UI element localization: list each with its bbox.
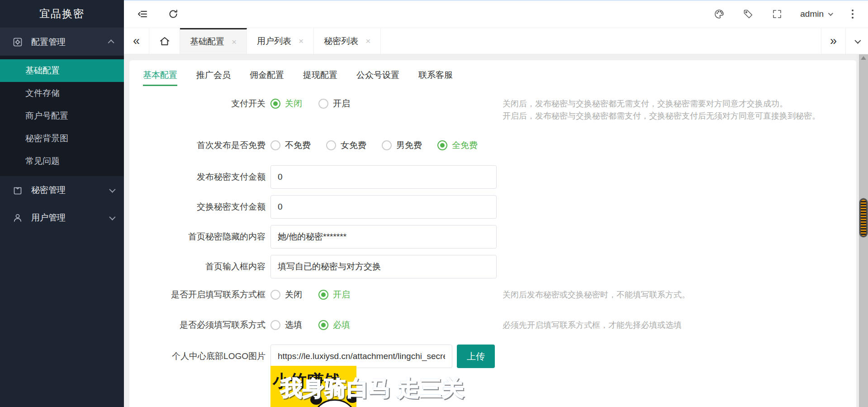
- sidebar-item-basic-config[interactable]: 基础配置: [0, 59, 124, 82]
- form-row-publish-amount: 发布秘密支付金额: [129, 165, 856, 189]
- close-icon[interactable]: ×: [365, 37, 370, 45]
- more-options-icon[interactable]: [849, 9, 856, 19]
- form-row-home-hidden-content: 首页秘密隐藏的内容: [129, 225, 856, 249]
- sidebar-group-label: 用户管理: [31, 212, 109, 224]
- radio-option-close[interactable]: 关闭: [270, 98, 302, 110]
- radio-option-not-free[interactable]: 不免费: [270, 139, 311, 151]
- form-row-exchange-amount: 交换秘密支付金额: [129, 195, 856, 219]
- logo-preview-image: 小竹赚钱 我身骑白马 走三关: [270, 366, 596, 407]
- sidebar: 宜品换密 配置管理 基础配置 文件存储 商户号配置 秘密背景图 常见问题 秘密管…: [0, 0, 124, 407]
- tag-icon[interactable]: [742, 8, 754, 20]
- tabs-menu-button[interactable]: [845, 28, 868, 54]
- tab-label: 秘密列表: [324, 35, 358, 47]
- radio-icon: [270, 290, 280, 300]
- field-label: 个人中心底部LOGO图片: [129, 345, 266, 368]
- tab-basic-settings[interactable]: 基本配置: [143, 64, 177, 86]
- radio-icon: [270, 99, 280, 109]
- tab-promotion-member[interactable]: 推广会员: [196, 64, 231, 86]
- field-label: 首页输入框内容: [129, 255, 266, 278]
- radio-group-contact-required: 选填 必填: [270, 316, 350, 334]
- sidebar-group-label: 秘密管理: [31, 184, 109, 196]
- sidebar-group-secret[interactable]: 秘密管理: [0, 176, 124, 204]
- refresh-icon[interactable]: [167, 8, 179, 20]
- radio-option-male-free[interactable]: 男免费: [382, 139, 422, 151]
- field-label: 首页秘密隐藏的内容: [129, 225, 266, 249]
- form-row-logo: 个人中心底部LOGO图片 上传: [129, 345, 856, 368]
- radio-option-required[interactable]: 必填: [318, 319, 350, 331]
- radio-icon: [270, 320, 280, 330]
- scrollbar-thumb[interactable]: [859, 198, 868, 237]
- publish-amount-input[interactable]: [270, 165, 497, 189]
- settings-card: 基本配置 推广会员 佣金配置 提现配置 公众号设置 联系客服 支付开关 关闭: [129, 60, 856, 407]
- form-row-contact-required: 是否必须填写联系方式 选填 必填 必须先开启填写联系方式框，才能先择必填或选填: [129, 316, 856, 334]
- radio-option-optional[interactable]: 选填: [270, 319, 302, 331]
- app-window: 宜品换密 配置管理 基础配置 文件存储 商户号配置 秘密背景图 常见问题 秘密管…: [0, 0, 868, 407]
- form-row-home-input-content: 首页输入框内容: [129, 255, 856, 278]
- tab-label: 用户列表: [257, 35, 291, 47]
- tab-withdraw-config[interactable]: 提现配置: [303, 64, 337, 86]
- field-label: 支付开关: [129, 95, 266, 113]
- collapse-sidebar-icon[interactable]: [137, 8, 148, 20]
- tab-official-account[interactable]: 公众号设置: [356, 64, 399, 86]
- home-input-content-input[interactable]: [270, 255, 497, 278]
- radio-option-open[interactable]: 开启: [318, 289, 350, 301]
- field-label: 是否开启填写联系方式框: [129, 286, 266, 304]
- fullscreen-icon[interactable]: [771, 8, 783, 20]
- home-hidden-content-input[interactable]: [270, 225, 497, 249]
- top-progress-strip: [124, 0, 868, 1]
- page-tabbar: « 基础配置 × 用户列表 × 秘密列表 × »: [124, 28, 868, 54]
- content-area: 基本配置 推广会员 佣金配置 提现配置 公众号设置 联系客服 支付开关 关闭: [124, 54, 868, 407]
- sidebar-item-merchant-config[interactable]: 商户号配置: [0, 105, 124, 127]
- radio-group-pay-switch: 关闭 开启: [270, 95, 350, 113]
- bag-icon: [12, 184, 24, 196]
- tab-label: 基础配置: [190, 36, 224, 48]
- radio-icon: [318, 320, 328, 330]
- sidebar-group-label: 配置管理: [31, 36, 109, 48]
- radio-option-all-free[interactable]: 全免费: [437, 139, 478, 151]
- tabs-scroll-left-button[interactable]: «: [124, 28, 149, 54]
- scrollbar[interactable]: [856, 54, 868, 407]
- user-menu[interactable]: admin: [800, 9, 832, 19]
- app-title: 宜品换密: [0, 0, 124, 28]
- field-label: 是否必须填写联系方式: [129, 316, 266, 334]
- tabs-scroll-right-button[interactable]: »: [821, 28, 845, 54]
- field-label: 交换秘密支付金额: [129, 195, 266, 219]
- radio-icon: [270, 140, 280, 150]
- field-hint: 关闭后，发布秘密与交换秘密都无需支付，交换秘密需要对方同意才交换成功。 开启后，…: [503, 98, 820, 122]
- form-row-first-publish-free: 首次发布是否免费 不免费 女免费 男免费: [129, 136, 856, 154]
- sidebar-item-secret-background[interactable]: 秘密背景图: [0, 127, 124, 150]
- settings-tabs: 基本配置 推广会员 佣金配置 提现配置 公众号设置 联系客服: [143, 64, 453, 86]
- theme-palette-icon[interactable]: [713, 8, 725, 20]
- scrollbar-up-arrow[interactable]: [861, 56, 866, 60]
- tab-basic-config[interactable]: 基础配置 ×: [180, 28, 247, 54]
- radio-icon: [382, 140, 392, 150]
- form-row-pay-switch: 支付开关 关闭 开启 关闭后，发布秘密与交换秘密都无需支付，交换秘密需要对方同意…: [129, 95, 856, 113]
- sidebar-group-config[interactable]: 配置管理: [0, 28, 124, 56]
- field-label: 首次发布是否免费: [129, 136, 266, 154]
- tab-commission-config[interactable]: 佣金配置: [250, 64, 284, 86]
- radio-option-open[interactable]: 开启: [318, 98, 350, 110]
- home-tab-button[interactable]: [149, 28, 180, 54]
- field-label: 发布秘密支付金额: [129, 165, 266, 189]
- upload-button[interactable]: 上传: [457, 345, 495, 368]
- sidebar-submenu: 基础配置 文件存储 商户号配置 秘密背景图 常见问题: [0, 56, 124, 176]
- sidebar-item-faq[interactable]: 常见问题: [0, 150, 124, 172]
- logo-overlay-text: 我身骑白马 走三关: [280, 374, 464, 403]
- close-icon[interactable]: ×: [299, 37, 304, 45]
- tab-user-list[interactable]: 用户列表 ×: [247, 28, 314, 54]
- logo-url-input[interactable]: [270, 345, 452, 368]
- tab-secret-list[interactable]: 秘密列表 ×: [314, 28, 381, 54]
- sidebar-item-file-storage[interactable]: 文件存储: [0, 82, 124, 105]
- exchange-amount-input[interactable]: [270, 195, 497, 219]
- sidebar-group-user[interactable]: 用户管理: [0, 204, 124, 231]
- settings-icon: [12, 36, 24, 48]
- username: admin: [800, 9, 824, 19]
- field-hint: 关闭后发布秘密或交换秘密时，不能填写联系方式。: [503, 286, 690, 304]
- tab-customer-service[interactable]: 联系客服: [418, 64, 453, 86]
- chevron-down-icon: [109, 214, 115, 220]
- chevron-down-icon: [828, 10, 833, 15]
- radio-option-close[interactable]: 关闭: [270, 289, 302, 301]
- close-icon[interactable]: ×: [232, 38, 237, 46]
- radio-option-female-free[interactable]: 女免费: [326, 139, 366, 151]
- radio-icon: [318, 99, 328, 109]
